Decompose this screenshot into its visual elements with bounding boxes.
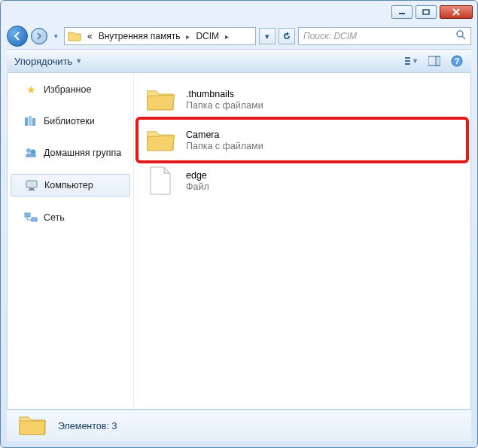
folder-item[interactable]: .thumbnailsПапка с файлами [139, 79, 466, 120]
sidebar-item-label: Домашняя группа [44, 148, 121, 158]
svg-text:?: ? [455, 56, 460, 66]
item-name: edge [186, 170, 209, 181]
svg-rect-6 [405, 57, 410, 59]
titlebar [1, 1, 477, 23]
status-text: Элементов: 3 [58, 421, 117, 431]
file-item[interactable]: edgeФайл [139, 160, 466, 201]
item-name: Camera [186, 130, 263, 140]
homegroup-icon [24, 146, 38, 160]
status-bar: Элементов: 3 [7, 410, 471, 441]
view-options-button[interactable]: ▼ [405, 54, 419, 68]
svg-rect-21 [28, 190, 35, 190]
sidebar-item-network[interactable]: Сеть [8, 207, 133, 228]
search-input[interactable]: Поиск: DCIM [298, 27, 471, 45]
svg-rect-1 [423, 10, 429, 14]
search-icon [456, 30, 466, 42]
svg-rect-8 [405, 63, 410, 65]
item-type: Файл [186, 181, 209, 192]
computer-icon [25, 178, 38, 192]
maximize-button[interactable] [416, 5, 437, 19]
sidebar-item-label: Библиотеки [44, 116, 95, 126]
history-dropdown[interactable]: ▾ [50, 27, 61, 45]
network-icon [24, 211, 38, 224]
folder-icon [17, 412, 47, 440]
breadcrumb-prefix[interactable]: « [84, 31, 96, 41]
organize-menu[interactable]: Упорядочить ▼ [14, 56, 82, 67]
close-button[interactable] [440, 5, 473, 19]
sidebar-item-label: Сеть [44, 212, 65, 223]
sidebar-item-libraries[interactable]: Библиотеки [8, 111, 133, 132]
explorer-window: ▾ « Внутренняя память ▸ DCIM ▸ ▾ Поиск: … [0, 0, 478, 448]
svg-line-5 [462, 36, 465, 39]
help-button[interactable]: ? [450, 54, 464, 68]
folder-icon [142, 83, 178, 116]
file-list[interactable]: .thumbnailsПапка с файламиCameraПапка с … [134, 73, 470, 409]
chevron-down-icon: ▼ [75, 57, 82, 65]
refresh-button[interactable] [279, 28, 295, 44]
sidebar-item-favorites[interactable]: ★ Избранное [8, 79, 133, 100]
address-bar[interactable]: « Внутренняя память ▸ DCIM ▸ [64, 27, 256, 45]
command-bar: Упорядочить ▼ ▼ ? [7, 49, 471, 73]
back-button[interactable] [7, 26, 28, 47]
address-history-button[interactable]: ▾ [259, 28, 276, 44]
folder-icon [68, 30, 81, 42]
sidebar-item-homegroup[interactable]: Домашняя группа [8, 142, 133, 163]
sidebar-item-label: Компьютер [44, 180, 93, 190]
item-type: Папка с файлами [186, 141, 263, 151]
svg-rect-23 [32, 218, 37, 221]
organize-label: Упорядочить [14, 56, 72, 67]
svg-rect-10 [436, 56, 440, 66]
item-type: Папка с файлами [186, 100, 263, 111]
svg-rect-15 [32, 118, 35, 126]
chevron-right-icon[interactable]: ▸ [222, 32, 232, 41]
svg-rect-7 [405, 60, 410, 62]
preview-pane-button[interactable] [428, 54, 441, 68]
chevron-right-icon[interactable]: ▸ [183, 32, 193, 41]
navigation-pane: ★ Избранное Библиотеки Домашняя группа [8, 73, 134, 409]
minimize-button[interactable] [391, 5, 413, 19]
breadcrumb-seg-internal[interactable]: Внутренняя память [96, 31, 184, 41]
folder-item[interactable]: CameraПапка с файлами [139, 120, 466, 160]
sidebar-item-label: Избранное [44, 84, 91, 95]
svg-rect-20 [29, 188, 34, 190]
svg-rect-14 [29, 116, 32, 126]
svg-point-4 [457, 31, 463, 37]
svg-point-16 [26, 148, 31, 153]
forward-button[interactable] [31, 28, 47, 44]
svg-rect-19 [26, 181, 37, 187]
file-icon [142, 164, 178, 197]
sidebar-item-computer[interactable]: Компьютер [11, 174, 130, 197]
body: ★ Избранное Библиотеки Домашняя группа [7, 73, 471, 410]
search-placeholder: Поиск: DCIM [303, 31, 357, 41]
libraries-icon [24, 114, 38, 128]
svg-rect-18 [26, 154, 36, 157]
item-name: .thumbnails [186, 89, 263, 99]
breadcrumb-seg-dcim[interactable]: DCIM [193, 31, 222, 41]
svg-rect-22 [25, 213, 30, 217]
navigation-bar: ▾ « Внутренняя память ▸ DCIM ▸ ▾ Поиск: … [7, 23, 471, 49]
chevron-down-icon: ▼ [412, 57, 419, 65]
folder-icon [142, 123, 178, 157]
star-icon: ★ [24, 83, 38, 96]
svg-rect-13 [25, 117, 28, 126]
